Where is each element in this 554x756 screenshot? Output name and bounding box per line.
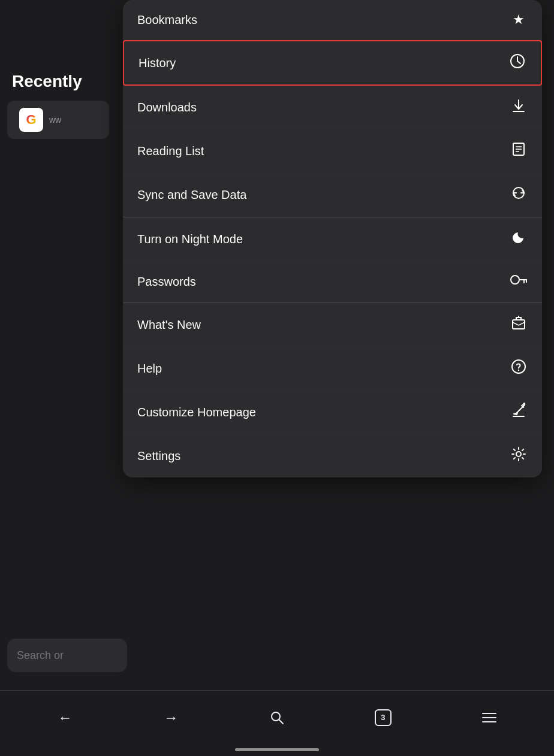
svg-point-16 (512, 360, 525, 373)
menu-item-help[interactable]: Help (123, 347, 542, 391)
recent-item[interactable]: G ww (7, 101, 109, 139)
passwords-icon (510, 273, 528, 290)
recently-title: Recently (0, 72, 120, 91)
menu-item-sync[interactable]: Sync and Save Data (123, 173, 542, 217)
history-icon (508, 53, 526, 72)
menu-item-whats-new[interactable]: What's New (123, 303, 542, 347)
back-button[interactable]: ← (50, 703, 80, 733)
dropdown-menu: Bookmarks ★ History Downloads Reading Li… (123, 0, 542, 477)
home-indicator (235, 748, 319, 751)
search-button[interactable] (262, 703, 292, 733)
menu-item-settings[interactable]: Settings (123, 434, 542, 477)
menu-item-downloads[interactable]: Downloads (123, 86, 542, 129)
customize-icon (510, 403, 528, 422)
night-mode-icon (510, 229, 528, 249)
svg-rect-11 (513, 320, 525, 329)
menu-item-customize[interactable]: Customize Homepage (123, 391, 542, 434)
recent-item-url: ww (49, 115, 61, 125)
menu-item-night-mode[interactable]: Turn on Night Mode (123, 217, 542, 261)
bookmarks-icon: ★ (510, 12, 528, 28)
tabs-button[interactable]: 3 (368, 703, 398, 733)
search-bar[interactable]: Search or (7, 639, 127, 672)
svg-line-22 (279, 719, 283, 724)
recently-section: Recently G ww (0, 72, 120, 145)
whats-new-icon (510, 315, 528, 334)
bottom-toolbar: ← → 3 (0, 690, 554, 756)
svg-point-17 (518, 370, 519, 371)
forward-button[interactable]: → (156, 703, 186, 733)
menu-item-history[interactable]: History (123, 40, 542, 86)
menu-item-passwords[interactable]: Passwords (123, 261, 542, 303)
svg-point-20 (516, 452, 521, 456)
sync-icon (510, 185, 528, 204)
svg-point-7 (511, 276, 519, 284)
menu-item-bookmarks[interactable]: Bookmarks ★ (123, 0, 542, 40)
tab-count-badge: 3 (375, 709, 392, 726)
menu-button[interactable] (474, 703, 504, 733)
search-placeholder: Search or (17, 649, 64, 662)
help-icon (510, 359, 528, 378)
menu-item-reading-list[interactable]: Reading List (123, 129, 542, 173)
settings-icon (510, 446, 528, 465)
google-favicon: G (19, 108, 43, 132)
reading-list-icon (510, 141, 528, 161)
downloads-icon (510, 98, 528, 117)
